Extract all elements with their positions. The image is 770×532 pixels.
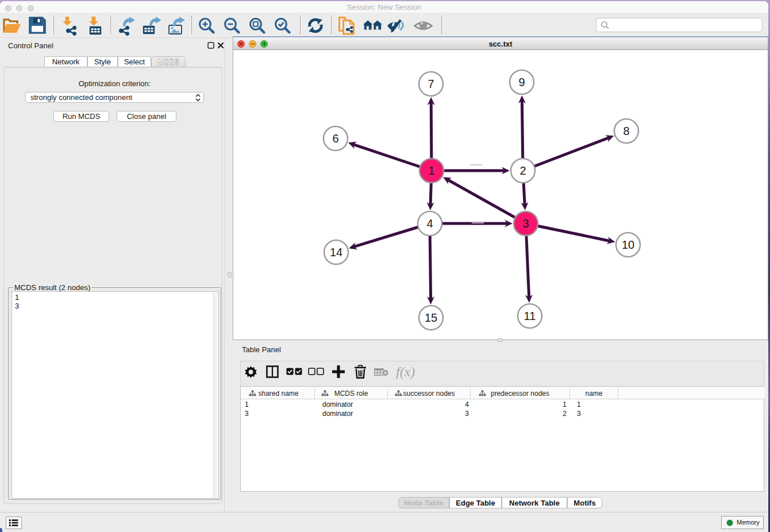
svg-text:11: 11	[524, 310, 536, 322]
svg-text:3: 3	[522, 217, 529, 230]
svg-text:4: 4	[426, 217, 433, 230]
svg-text:14: 14	[330, 246, 342, 259]
svg-text:9: 9	[518, 76, 525, 88]
svg-text:15: 15	[425, 311, 437, 324]
svg-text:10: 10	[622, 238, 634, 251]
svg-text:8: 8	[623, 125, 629, 137]
svg-text:2: 2	[519, 164, 526, 177]
svg-text:6: 6	[332, 132, 338, 145]
svg-text:1: 1	[428, 164, 434, 177]
svg-text:7: 7	[428, 78, 434, 90]
